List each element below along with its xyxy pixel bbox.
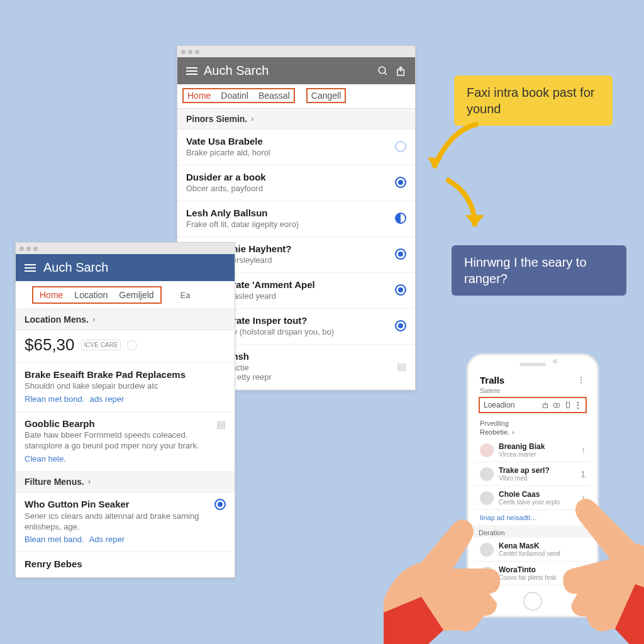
card-links: Blean met band. Ads reper [25, 535, 226, 544]
document-icon[interactable]: ▤ [216, 418, 226, 430]
tab-highlight: Home Doatinl Beassal [182, 88, 295, 103]
tab-highlight-single: Cangell [306, 88, 346, 103]
section-title: Pinors Siemin. [186, 114, 247, 124]
item-title: Lesh Anly Ballsun [186, 208, 395, 218]
item-subtitle: Brake picarte ald, horol [186, 148, 395, 157]
arrow-icon [440, 176, 491, 239]
share-icon[interactable] [395, 65, 406, 77]
result-card: ▤ Gooblic Bearph Bate haw bbeer Forrnmet… [16, 412, 235, 472]
phone-section: Prvedling [475, 416, 591, 428]
tab-location[interactable]: Location [74, 290, 108, 300]
price-value: $65,30 [25, 335, 75, 355]
location-row[interactable]: Loeadion ⋮ [479, 397, 587, 413]
radio-button[interactable] [395, 284, 406, 296]
chevron-right-icon: › [88, 477, 91, 486]
chevron-right-icon: › [251, 114, 253, 123]
traffic-dot [195, 50, 199, 54]
camera-icon[interactable] [553, 401, 560, 409]
card-link[interactable]: Blean met band. [25, 535, 84, 544]
svg-point-7 [556, 404, 558, 406]
svg-marker-3 [428, 157, 442, 168]
price-badge: ICVE CARE [81, 340, 121, 350]
section-title: Filture Menus. [25, 477, 84, 487]
tab-three[interactable]: Gemljeld [119, 290, 153, 300]
more-icon[interactable]: ⋮ [577, 375, 586, 386]
radio-button[interactable] [395, 320, 406, 331]
item-name: Breanig Biak [499, 442, 581, 451]
document-icon[interactable]: ▤ [397, 360, 406, 372]
avatar [480, 443, 494, 457]
radio-button[interactable] [395, 177, 406, 188]
callout-yellow: Faxi intra book past for yound [454, 75, 613, 126]
section-header[interactable]: Pinors Siemin. › [177, 109, 415, 130]
item-name: Trake ap serl? [499, 466, 580, 475]
tab-bar: Home Location Gemljeld Ea [16, 281, 235, 309]
radio-button[interactable] [395, 213, 406, 224]
result-card: Renry Bebes [16, 552, 235, 577]
menu-icon[interactable] [186, 67, 197, 75]
item-meta: Vlrcea maner [499, 451, 581, 458]
svg-marker-4 [465, 215, 484, 226]
svg-rect-6 [554, 404, 560, 408]
more-icon[interactable]: ⋮ [574, 401, 582, 409]
info-icon[interactable] [127, 340, 137, 350]
radio-button[interactable] [395, 141, 406, 152]
toolbar: Auch Sarch [16, 254, 235, 281]
tab-three[interactable]: Beassal [258, 91, 290, 101]
search-icon[interactable] [377, 65, 389, 77]
card-links: Rlean met bond. ads reper [25, 394, 226, 404]
toolbar: Auch Sarch [177, 57, 415, 84]
item-title: Vate Usa Brabele [186, 136, 395, 147]
app-title: Auch Sarch [204, 64, 371, 78]
phone-camera [553, 359, 557, 364]
titlebar [177, 46, 415, 57]
tab-bar: Home Doatinl Beassal Cangell [177, 84, 415, 109]
tab-home[interactable]: Home [40, 290, 63, 300]
price-row: $65,30 ICVE CARE [16, 330, 235, 363]
phone-list-header[interactable]: Reobetie. › [475, 428, 591, 438]
list-item[interactable]: Vate Usa BrabeleBrake picarte ald, horol [177, 130, 415, 165]
titlebar [16, 243, 235, 254]
card-title: Renry Bebes [25, 558, 226, 569]
svg-line-1 [384, 72, 387, 75]
card-link[interactable]: ads reper [89, 394, 124, 404]
section-header[interactable]: Location Mens. › [16, 309, 235, 330]
avatar [480, 467, 494, 481]
home-button[interactable] [523, 592, 542, 611]
radio-button[interactable] [214, 499, 226, 510]
result-card: Who Gutton Pin Seaker Serier ics clears … [16, 492, 235, 553]
tab-four[interactable]: Cangell [311, 91, 341, 101]
traffic-dot [33, 247, 38, 251]
radio-button[interactable] [395, 248, 406, 260]
location-label: Loeadion [484, 401, 538, 409]
card-link[interactable]: Rlean met bond. [25, 394, 84, 404]
section-header[interactable]: Filture Menus. › [16, 472, 235, 492]
arrow-icon [425, 121, 481, 184]
list-item[interactable]: Lesh Anly BallsunFrake oft lit, datar ii… [177, 201, 415, 237]
traffic-dot [26, 247, 31, 251]
tab-two[interactable]: Doatinl [221, 91, 248, 101]
share-icon[interactable] [541, 401, 549, 409]
list-item[interactable]: Dusider ar a bookObcer ards, payfoord [177, 165, 415, 201]
tab-home[interactable]: Home [187, 91, 211, 101]
hand-illustration [541, 474, 644, 644]
hand-illustration [384, 487, 522, 644]
phone-title: Tralls [480, 375, 577, 386]
window-left: Auch Sarch Home Location Gemljeld Ea Loc… [15, 242, 235, 578]
traffic-dot [188, 50, 192, 54]
card-desc: Serier ics clears ands altennal ard brak… [25, 511, 226, 533]
card-title: Brake Eseaift Brake Pad Replacems [25, 369, 226, 380]
phone-list-item[interactable]: Breanig BiakVlrcea maner↑ [475, 438, 591, 462]
item-subtitle: Frake oft lit, datar iigeplty eoro) [186, 219, 395, 229]
card-link[interactable]: Ads reper [89, 535, 125, 544]
svg-rect-8 [567, 402, 570, 408]
tab-extra[interactable]: Ea [180, 291, 191, 300]
card-title: Gooblic Bearph [25, 418, 226, 429]
item-subtitle: Obcer ards, payfoord [186, 184, 395, 193]
phone-subtitle: Satere [475, 387, 591, 397]
bookmark-icon[interactable] [564, 401, 572, 409]
card-title: Who Gutton Pin Seaker [25, 499, 214, 510]
card-link[interactable]: Clean hele. [25, 454, 66, 464]
up-arrow-icon: ↑ [581, 445, 586, 455]
menu-icon[interactable] [25, 264, 36, 272]
